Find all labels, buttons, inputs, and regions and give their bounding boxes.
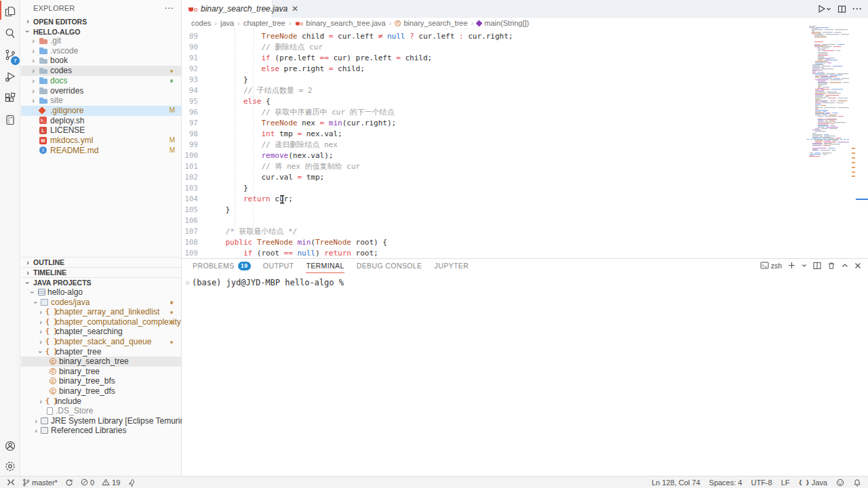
vscode-window: 7 EXPLORER ··· (0, 0, 868, 488)
rocket-icon[interactable] (127, 479, 136, 487)
tree-item-docs[interactable]: ›docs (21, 76, 181, 86)
outline-section[interactable]: › OUTLINE (21, 257, 181, 267)
activity-explorer-icon[interactable] (0, 1, 20, 22)
text-cursor (279, 195, 285, 203)
code-text: TreeNode nex = min(cur.right); (208, 118, 396, 129)
tree-item-gitignore[interactable]: .gitignoreM (21, 106, 181, 116)
line-number: 92 (182, 64, 208, 75)
modified-dot-badge (170, 79, 174, 83)
activity-extensions-icon[interactable] (0, 88, 20, 108)
tree-item-jre-system-library-eclipse-temurin-17-17[interactable]: ›JRE System Library [Eclipse Temurin 17 … (21, 416, 181, 426)
tree-item-git[interactable]: ›.git (21, 36, 181, 46)
close-panel-icon[interactable] (854, 262, 861, 269)
tree-item-site[interactable]: ›site (21, 96, 181, 106)
kill-terminal-icon[interactable] (827, 262, 835, 270)
tab-debug-console[interactable]: DEBUG CONSOLE (357, 259, 422, 273)
tab-terminal[interactable]: TERMINAL (306, 259, 344, 273)
tab-binary-search-tree-java[interactable]: binary_search_tree.java ✕ (182, 0, 273, 18)
run-button[interactable] (816, 4, 831, 14)
sq-icon: M (39, 137, 47, 144)
tree-item-codes-java[interactable]: ›codes/java (21, 298, 181, 308)
tree-item-binary-search-tree[interactable]: Cbinary_search_tree (21, 357, 181, 367)
line-number: 102 (182, 172, 208, 183)
more-actions-icon[interactable]: ··· (165, 4, 174, 12)
tree-item-overrides[interactable]: ›overrides (21, 86, 181, 96)
chevron-right-icon: › (38, 396, 43, 407)
eol-setting[interactable]: LF (781, 479, 790, 487)
encoding-setting[interactable]: UTF-8 (751, 479, 772, 487)
breadcrumb-item[interactable]: codes (191, 19, 211, 27)
chevron-right-icon: › (38, 327, 43, 337)
warnings-indicator[interactable]: 19 (102, 479, 120, 487)
breadcrumb-separator: › (471, 19, 474, 27)
java-projects-section[interactable]: › JAVA PROJECTS (21, 277, 181, 287)
breadcrumb-item[interactable]: java (220, 19, 234, 27)
close-icon[interactable]: ✕ (292, 4, 298, 14)
indentation-setting[interactable]: Spaces: 4 (709, 479, 743, 487)
terminal-prompt[interactable]: (base) jyd@JYD-MBP hello-algo % (192, 278, 344, 287)
tree-item-readme-md[interactable]: iREADME.mdM (21, 146, 181, 156)
new-terminal-icon[interactable] (788, 262, 795, 269)
code-editor[interactable]: 88 // 当子结点数量 = 0 / 1 时, child = null / 该… (182, 28, 806, 258)
cursor-position[interactable]: Ln 128, Col 74 (652, 479, 701, 487)
activity-source-control-icon[interactable]: 7 (0, 45, 20, 65)
notifications-bell-icon[interactable] (853, 479, 861, 487)
tree-item-deploy-sh[interactable]: >_deploy.sh (21, 116, 181, 126)
settings-gear-icon[interactable] (0, 456, 20, 476)
tree-item-chapter-tree[interactable]: ›{ }chapter_tree (21, 347, 181, 357)
tree-item-binary-tree-dfs[interactable]: Cbinary_tree_dfs (21, 386, 181, 396)
tab-problems[interactable]: PROBLEMS 19 (193, 259, 251, 273)
language-mode[interactable]: { }Java (798, 479, 827, 487)
sync-icon[interactable] (65, 479, 73, 487)
tree-item-label: binary_search_tree (59, 357, 129, 367)
tree-item-binary-tree[interactable]: Cbinary_tree (21, 367, 181, 377)
tree-item-binary-tree-bfs[interactable]: Cbinary_tree_bfs (21, 376, 181, 386)
tree-item-referenced-libraries[interactable]: ›Referenced Libraries (21, 426, 181, 436)
feedback-smiley-icon[interactable] (836, 479, 844, 487)
file-icon (47, 407, 53, 415)
tree-item-hello-algo[interactable]: ›hello-algo (21, 287, 181, 298)
tree-item-ds-store[interactable]: .DS_Store (21, 406, 181, 416)
chevron-right-icon: › (31, 96, 36, 106)
tree-item-chapter-array-and-linkedlist[interactable]: ›{ }chapter_array_and_linkedlist (21, 307, 181, 317)
code-line-102: 102 cur.val = tmp; (182, 172, 806, 183)
root-folder-section[interactable]: › HELLO-ALGO (21, 26, 181, 37)
more-actions-icon[interactable]: ··· (852, 4, 863, 14)
tree-item-license[interactable]: LLICENSE (21, 125, 181, 136)
remote-indicator-icon[interactable] (7, 479, 15, 486)
tab-output[interactable]: OUTPUT (263, 259, 294, 273)
terminal-dropdown-icon[interactable] (802, 263, 807, 268)
git-branch-indicator[interactable]: master* (22, 479, 58, 487)
tree-item-mkdocs-yml[interactable]: Mmkdocs.ymlM (21, 136, 181, 146)
breadcrumb-item[interactable]: chapter_tree (243, 19, 285, 27)
code-text: // 递归删除结点 nex (208, 140, 338, 150)
tree-item-chapter-stack-and-queue[interactable]: ›{ }chapter_stack_and_queue (21, 337, 181, 347)
tree-item-codes[interactable]: ›codes (21, 66, 181, 76)
breadcrumb-item[interactable]: Cbinary_search_tree (395, 19, 467, 27)
errors-indicator[interactable]: 0 (81, 479, 94, 487)
class-icon: C (50, 378, 56, 384)
activity-search-icon[interactable] (0, 23, 20, 43)
split-terminal-icon[interactable] (813, 262, 821, 270)
minimap[interactable] (807, 24, 849, 160)
open-editors-section[interactable]: › OPEN EDITORS (21, 16, 181, 26)
tree-item-book[interactable]: ›book (21, 56, 181, 66)
breadcrumb-item[interactable]: binary_search_tree.java (294, 19, 385, 28)
tree-item-include[interactable]: ›{ }include (21, 396, 181, 407)
activity-run-debug-icon[interactable] (0, 66, 20, 87)
activity-notebook-icon[interactable] (0, 110, 20, 130)
shell-picker[interactable]: zsh (760, 261, 782, 270)
tab-jupyter[interactable]: JUPYTER (435, 259, 469, 273)
code-line-91: 91 if (pre.left == cur) pre.left = child… (182, 53, 806, 64)
chevron-right-icon: › (31, 36, 36, 46)
split-editor-icon[interactable] (837, 5, 846, 14)
tree-item-label: Referenced Libraries (51, 426, 126, 436)
tree-item-vscode[interactable]: ›.vscode (21, 46, 181, 56)
account-icon[interactable] (0, 436, 20, 456)
breadcrumb-item[interactable]: main(String[]) (477, 19, 529, 27)
chevron-right-icon: › (25, 268, 31, 278)
timeline-section[interactable]: › TIMELINE (21, 267, 181, 277)
tree-item-chapter-computational-complexity[interactable]: ›{ }chapter_computational_complexity (21, 317, 181, 327)
tree-item-chapter-searching[interactable]: ›{ }chapter_searching (21, 327, 181, 337)
maximize-panel-icon[interactable] (842, 262, 848, 269)
